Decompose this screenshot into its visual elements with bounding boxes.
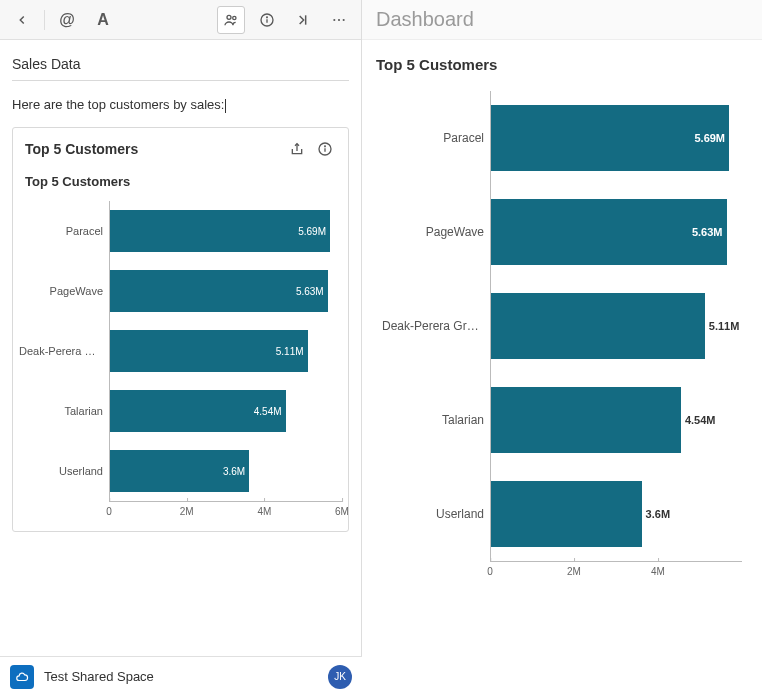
bar-value-label: 5.69M [694,132,725,144]
bar-value-label: 3.6M [223,465,245,476]
bar[interactable]: 3.6M [110,450,249,492]
bar-category-label: Paracel [382,131,490,145]
at-icon: @ [59,11,75,29]
svg-point-4 [267,16,268,17]
back-button[interactable] [8,6,36,34]
x-axis: 02M4M [490,561,742,581]
axis-tick: 2M [180,502,194,517]
bar-category-label: PageWave [382,225,490,239]
axis-tick: 4M [651,562,665,577]
bar[interactable]: 4.54M [491,387,681,453]
bar[interactable]: 5.69M [491,105,729,171]
space-label[interactable]: Test Shared Space [44,669,318,684]
bar[interactable]: 5.69M [110,210,330,252]
bar[interactable]: 4.54M [110,390,286,432]
card-subtitle: Top 5 Customers [13,170,348,197]
cloud-icon [15,670,29,684]
text-cursor [225,99,226,113]
info-icon [259,12,275,28]
bar-track: 5.11M [109,321,342,381]
svg-point-8 [343,18,345,20]
bar-track: 5.69M [490,91,742,185]
bar-track: 5.69M [109,201,342,261]
bar-row: Userland3.6M [382,467,742,561]
mention-button[interactable]: @ [53,6,81,34]
bar-category-label: Deak-Perera Group. [382,319,490,333]
bar[interactable]: 5.63M [110,270,328,312]
chevron-left-icon [15,13,29,27]
bar-track: 5.11M [490,279,742,373]
bar-track: 3.6M [109,441,342,501]
svg-point-1 [233,16,236,19]
svg-point-7 [338,18,340,20]
more-button[interactable] [325,6,353,34]
user-avatar[interactable]: JK [328,665,352,689]
collapse-button[interactable] [289,6,317,34]
svg-point-12 [325,145,326,146]
bar-row: Talarian4.54M [19,381,342,441]
space-icon-button[interactable] [10,665,34,689]
bar-row: PageWave5.63M [382,185,742,279]
bar-row: Userland3.6M [19,441,342,501]
bar-value-label: 5.63M [296,285,324,296]
toolbar-separator [44,10,45,30]
bar-value-label: 5.11M [709,320,740,332]
bar-category-label: Talarian [382,413,490,427]
left-bar-chart: Paracel5.69MPageWave5.63MDeak-Perera Gro… [13,197,348,531]
bar-track: 3.6M [490,467,742,561]
info-button[interactable] [253,6,281,34]
body-text[interactable]: Here are the top customers by sales: [12,97,349,113]
bar-track: 5.63M [490,185,742,279]
card-title: Top 5 Customers [25,141,280,157]
bar-row: Paracel5.69M [382,91,742,185]
x-axis: 02M4M6M [109,501,342,521]
text-format-button[interactable]: A [89,6,117,34]
share-button[interactable] [286,138,308,160]
people-icon [223,12,239,28]
text-icon: A [97,11,109,29]
axis-tick: 4M [257,502,271,517]
section-title: Sales Data [12,56,349,81]
svg-point-6 [333,18,335,20]
bar-row: Deak-Perera Group.5.11M [382,279,742,373]
bar[interactable]: 3.6M [491,481,642,547]
editor-toolbar: @ A [0,0,361,40]
bar-category-label: PageWave [19,285,109,297]
dashboard-heading: Dashboard [362,0,762,40]
card-info-button[interactable] [314,138,336,160]
collapse-right-icon [295,12,311,28]
info-icon [317,141,333,157]
bar-category-label: Paracel [19,225,109,237]
bar-category-label: Deak-Perera Group. [19,345,109,357]
bar-value-label: 5.69M [298,225,326,236]
bar-row: Paracel5.69M [19,201,342,261]
svg-point-0 [227,15,231,19]
bar-row: PageWave5.63M [19,261,342,321]
bar-track: 4.54M [490,373,742,467]
bar-category-label: Userland [382,507,490,521]
axis-tick: 0 [106,502,112,517]
bar[interactable]: 5.63M [491,199,727,265]
right-chart-title: Top 5 Customers [376,56,748,73]
chart-card: Top 5 Customers Top 5 Customers Paracel5… [12,127,349,532]
bar-category-label: Userland [19,465,109,477]
bar[interactable]: 5.11M [110,330,308,372]
bar-row: Talarian4.54M [382,373,742,467]
footer-bar: Test Shared Space JK [0,656,362,696]
bar-track: 5.63M [109,261,342,321]
more-horizontal-icon [331,12,347,28]
bar[interactable]: 5.11M [491,293,705,359]
share-icon [289,141,305,157]
people-button[interactable] [217,6,245,34]
axis-tick: 0 [487,562,493,577]
bar-track: 4.54M [109,381,342,441]
axis-tick: 6M [335,502,349,517]
bar-category-label: Talarian [19,405,109,417]
bar-value-label: 3.6M [646,508,670,520]
bar-value-label: 4.54M [254,405,282,416]
editor-body[interactable]: Sales Data Here are the top customers by… [0,40,361,696]
bar-value-label: 5.63M [692,226,723,238]
axis-tick: 2M [567,562,581,577]
right-bar-chart: Paracel5.69MPageWave5.63MDeak-Perera Gro… [376,87,748,591]
bar-value-label: 4.54M [685,414,716,426]
